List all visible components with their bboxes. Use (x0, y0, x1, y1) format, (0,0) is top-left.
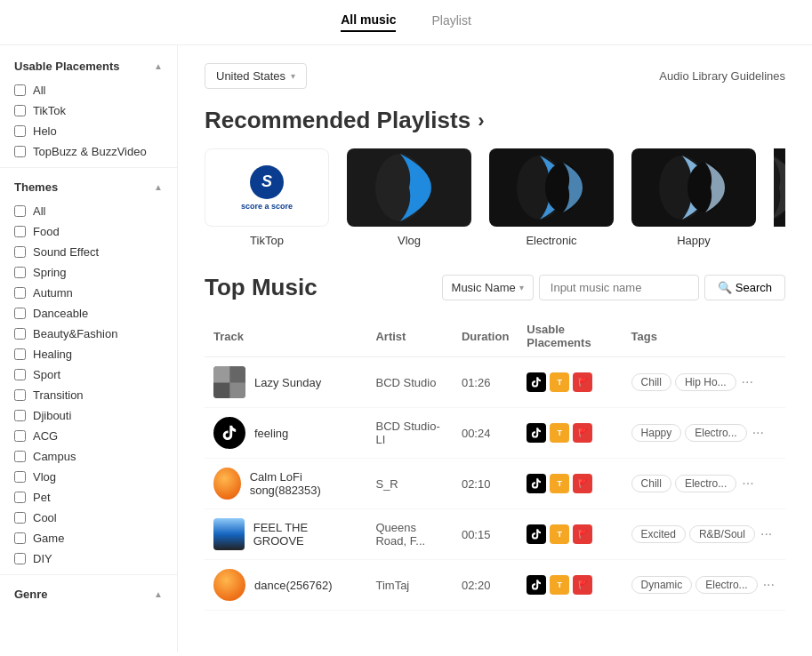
sidebar-item-djibouti[interactable]: Djibouti (0, 405, 177, 426)
playlist-card-last[interactable] (774, 148, 785, 247)
sidebar-item-all-placements[interactable]: All (0, 80, 177, 100)
sidebar-item-beauty-fashion[interactable]: Beauty&Fashion (0, 324, 177, 344)
placement-topbuzz-icon[interactable]: T (550, 423, 569, 443)
checkbox-helo[interactable] (14, 125, 26, 137)
checkbox-sound-effect[interactable] (14, 246, 26, 258)
sidebar-item-pet[interactable]: Pet (0, 487, 177, 508)
placement-topbuzz-icon[interactable]: T (550, 474, 569, 493)
audio-library-link[interactable]: Audio Library Guidelines (659, 69, 785, 83)
sidebar-item-spring[interactable]: Spring (0, 262, 177, 283)
sidebar-item-sport[interactable]: Sport (0, 364, 177, 385)
checkbox-spring[interactable] (14, 267, 26, 278)
placement-topbuzz-icon[interactable]: T (550, 372, 569, 392)
col-artist: Artist (366, 316, 452, 357)
playlist-card-vlog[interactable]: Vlog (347, 148, 471, 247)
artist-name: BCD Studio-LI (375, 420, 439, 446)
search-input[interactable] (539, 275, 699, 300)
placement-helo-icon[interactable]: 🚩 (573, 524, 592, 544)
checkbox-pet[interactable] (14, 492, 26, 503)
sidebar-item-topbuzz[interactable]: TopBuzz & BuzzVideo (0, 141, 177, 162)
col-usable-placements: Usable Placements (518, 316, 622, 357)
placement-helo-icon[interactable]: 🚩 (573, 423, 592, 443)
more-button[interactable]: ··· (751, 425, 766, 441)
sidebar-section-themes: Themes ▲ All Food Sound Effect Spring (0, 173, 177, 569)
table-row[interactable]: Calm LoFi song(882353) S_R 02:10 T 🚩 (205, 459, 785, 509)
placement-helo-icon[interactable]: 🚩 (573, 575, 592, 595)
table-header-row: Track Artist Duration Usable Placements … (205, 316, 785, 357)
tag-badge: Happy (631, 424, 682, 442)
sidebar-item-all-themes[interactable]: All (0, 201, 177, 221)
sidebar-item-acg[interactable]: ACG (0, 426, 177, 446)
artist-name: Queens Road, F... (375, 521, 425, 548)
sidebar-item-tiktok[interactable]: TikTok (0, 100, 177, 121)
tag-badge: Electro... (685, 424, 746, 442)
duration: 00:15 (462, 528, 491, 541)
nav-playlist[interactable]: Playlist (431, 13, 470, 31)
table-row[interactable]: Lazy Sunday BCD Studio 01:26 T 🚩 (205, 357, 785, 408)
country-caret-icon: ▾ (291, 71, 295, 81)
placement-tiktok-icon[interactable] (527, 423, 546, 443)
checkbox-topbuzz[interactable] (14, 146, 26, 157)
sidebar-section-header-usable-placements[interactable]: Usable Placements ▲ (0, 52, 177, 80)
checkbox-sport[interactable] (14, 369, 26, 380)
placement-helo-icon[interactable]: 🚩 (573, 474, 592, 493)
more-button[interactable]: ··· (740, 374, 755, 390)
music-name-select[interactable]: Music Name ▾ (442, 275, 534, 300)
placement-tiktok-icon[interactable] (527, 524, 546, 544)
sidebar-section-header-themes[interactable]: Themes ▲ (0, 173, 177, 201)
more-button[interactable]: ··· (759, 526, 774, 542)
placement-topbuzz-icon[interactable]: T (550, 524, 569, 544)
checkbox-all-themes[interactable] (14, 205, 26, 217)
sidebar-item-sound-effect[interactable]: Sound Effect (0, 242, 177, 262)
sidebar-item-food[interactable]: Food (0, 221, 177, 242)
checkbox-autumn[interactable] (14, 287, 26, 299)
checkbox-cool[interactable] (14, 512, 26, 524)
table-row[interactable]: FEEL THE GROOVE Queens Road, F... 00:15 … (205, 509, 785, 560)
search-button[interactable]: 🔍 Search (704, 275, 785, 300)
recommended-playlists-title[interactable]: Recommended Playlists › (205, 107, 785, 134)
top-bar: United States ▾ Audio Library Guidelines (205, 63, 785, 89)
placement-helo-icon[interactable]: 🚩 (573, 372, 592, 392)
checkbox-transition[interactable] (14, 389, 26, 401)
sidebar-item-danceable[interactable]: Danceable (0, 303, 177, 324)
checkbox-danceable[interactable] (14, 308, 26, 319)
chevron-up-icon-genre: ▲ (154, 589, 163, 599)
checkbox-all-placements[interactable] (14, 84, 26, 96)
checkbox-djibouti[interactable] (14, 410, 26, 421)
sidebar-item-helo[interactable]: Helo (0, 121, 177, 141)
sidebar-section-header-genre[interactable]: Genre ▲ (0, 580, 177, 608)
sidebar-item-vlog[interactable]: Vlog (0, 467, 177, 487)
placement-tiktok-icon[interactable] (527, 372, 546, 392)
checkbox-vlog[interactable] (14, 471, 26, 483)
top-music-section: Top Music Music Name ▾ 🔍 Search (205, 274, 785, 611)
more-button[interactable]: ··· (740, 476, 755, 492)
checkbox-game[interactable] (14, 532, 26, 544)
playlist-card-happy[interactable]: Happy (631, 148, 756, 247)
checkbox-food[interactable] (14, 226, 26, 237)
playlists-arrow-icon: › (478, 109, 484, 132)
table-row[interactable]: dance(256762) TimTaj 02:20 T 🚩 (205, 560, 785, 611)
checkbox-campus[interactable] (14, 451, 26, 462)
placement-tiktok-icon[interactable] (527, 575, 546, 595)
checkbox-acg[interactable] (14, 430, 26, 442)
sidebar-item-healing[interactable]: Healing (0, 344, 177, 364)
sidebar-item-diy[interactable]: DIY (0, 548, 177, 569)
checkbox-beauty-fashion[interactable] (14, 328, 26, 340)
checkbox-diy[interactable] (14, 553, 26, 564)
tag-badge: R&B/Soul (689, 525, 755, 543)
playlist-card-electronic[interactable]: Electronic (489, 148, 614, 247)
more-button[interactable]: ··· (761, 577, 776, 593)
placement-topbuzz-icon[interactable]: T (550, 575, 569, 595)
sidebar-item-campus[interactable]: Campus (0, 446, 177, 467)
sidebar-item-cool[interactable]: Cool (0, 508, 177, 528)
playlist-card-tiktop[interactable]: S score a score TikTop (205, 148, 329, 247)
checkbox-tiktok[interactable] (14, 105, 26, 116)
table-row[interactable]: feeling BCD Studio-LI 00:24 T 🚩 (205, 408, 785, 459)
sidebar-item-transition[interactable]: Transition (0, 385, 177, 405)
placement-tiktok-icon[interactable] (527, 474, 546, 493)
checkbox-healing[interactable] (14, 348, 26, 360)
sidebar-item-game[interactable]: Game (0, 528, 177, 548)
sidebar-item-autumn[interactable]: Autumn (0, 283, 177, 303)
country-select[interactable]: United States ▾ (205, 63, 307, 89)
nav-all-music[interactable]: All music (341, 12, 396, 32)
